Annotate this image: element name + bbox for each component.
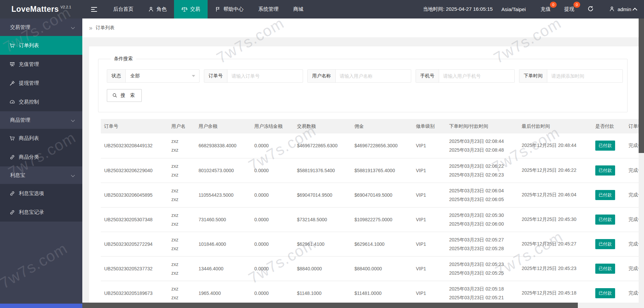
main-area: » 订单列表 条件搜索 状态 全部 订单号用户名称手机号下单时间 (82, 18, 644, 308)
username-cell: zxzzxz (168, 281, 195, 305)
order-no-group: 订单号 (204, 69, 303, 83)
quick-withdraw-button[interactable]: 提现0 (564, 6, 574, 12)
sidebar-section-0[interactable]: 交易管理 (0, 18, 82, 36)
status-group: 状态 全部 (107, 69, 200, 83)
user-menu[interactable]: admin (609, 6, 637, 13)
amount-cell: $732148.5000 (294, 207, 351, 232)
column-header: 最后付款时间 (518, 119, 592, 133)
top-nav: 后台首页角色交易帮助中心系统管理商城 (106, 0, 311, 18)
refresh-button[interactable] (588, 6, 594, 13)
sidebar-toggle-button[interactable] (82, 0, 106, 18)
balance-cell: 101846.4000 (195, 232, 251, 256)
horizontal-scrollbar[interactable] (82, 303, 639, 308)
nav-item-role[interactable]: 角色 (141, 0, 174, 18)
sidebar-item-label: 利息宝记录 (19, 209, 44, 216)
commission-cell: $690470149.5000 (351, 183, 413, 207)
sidebar-bottom-scrollbar[interactable] (0, 304, 82, 308)
frozen-cell: 0.0000 (251, 232, 294, 256)
sidebar-item-label: 商品列表 (19, 135, 39, 142)
sidebar-section-1[interactable]: 商品管理 (0, 111, 82, 129)
times-cell: 2025年03月23日 02:05:182025年03月23日 02:05:21 (446, 281, 518, 305)
nav-item-help[interactable]: 帮助中心 (208, 0, 251, 18)
app-version: V2.2.1 (60, 5, 71, 9)
sidebar-item-recharge-mgmt[interactable]: 充值管理 (0, 55, 82, 74)
app-logo: LoveMatters V2.2.1 (0, 0, 82, 18)
timezone: Asia/Taipei (502, 6, 526, 12)
times-cell: 2025年03月23日 02:06:222025年03月23日 02:06:23 (446, 158, 518, 183)
paid-badge: 已付款 (595, 215, 615, 225)
paid-cell: 已付款 (592, 232, 625, 256)
orders-table: 订单号用户名用户余额用户冻结金额交易数额佣金做单级别下单时间/付款时间最后付款时… (101, 119, 639, 306)
order-no-cell: UB2503230206229040 (101, 158, 168, 183)
column-header: 做单级别 (413, 119, 446, 133)
user-name-input[interactable] (336, 70, 411, 82)
phone-input[interactable] (439, 70, 514, 82)
nav-item-system[interactable]: 系统管理 (251, 0, 286, 18)
chevron-down-icon (71, 118, 75, 122)
vertical-scrollbar-thumb[interactable] (639, 18, 644, 153)
sidebar-item-withdraw-mgmt[interactable]: 提现管理 (0, 74, 82, 92)
sidebar: 交易管理订单列表充值管理提现管理交易控制商品管理商品列表商品分类利息宝利息宝选项… (0, 18, 82, 308)
notification-badge: 0 (573, 2, 580, 8)
frozen-cell: 0.0000 (251, 183, 294, 207)
nav-item-mall[interactable]: 商城 (286, 0, 311, 18)
commission-cell: $11481.0000 (351, 281, 413, 305)
sidebar-section-items: 商品列表商品分类 (0, 129, 82, 166)
app-logo-text: LoveMatters (11, 5, 59, 14)
sidebar-item-interest-options[interactable]: 利息宝选项 (0, 184, 82, 203)
hamburger-icon (91, 6, 97, 13)
table-row: UB2503230205307348zxzzxz731460.50000.000… (101, 207, 639, 232)
order-time-input[interactable] (547, 70, 622, 82)
sidebar-section-2[interactable]: 利息宝 (0, 166, 82, 184)
sidebar-item-goods-list[interactable]: 商品列表 (0, 129, 82, 148)
amount-cell: $588191376.5400 (294, 158, 351, 183)
search-button[interactable]: 搜 索 (107, 89, 142, 102)
orders-tbody: UB2503230208449132zxzzxz6682938338.40000… (101, 133, 639, 305)
horizontal-scrollbar-thumb[interactable] (82, 303, 578, 308)
order-no-cell: UB2503230205237732 (101, 256, 168, 281)
sidebar-item-goods-category[interactable]: 商品分类 (0, 148, 82, 166)
search-form-row: 状态 全部 订单号用户名称手机号下单时间 (107, 69, 619, 83)
vertical-scrollbar[interactable] (639, 18, 644, 308)
column-header: 订单号 (101, 119, 168, 133)
nav-item-label: 系统管理 (258, 6, 278, 12)
notification-badge: 0 (550, 2, 557, 8)
frozen-cell: 0.0000 (251, 207, 294, 232)
breadcrumb-current: 订单列表 (96, 25, 115, 31)
paid-cell: 已付款 (592, 256, 625, 281)
balance-cell: 1965.4000 (195, 281, 251, 305)
last-pay-time-cell: 2025年12月25日 20:48:44 (518, 133, 592, 158)
user-name-group: 用户名称 (307, 69, 411, 83)
commission-cell: $46967228656.3000 (351, 133, 413, 158)
nav-item-trade[interactable]: 交易 (174, 0, 208, 18)
sidebar-section-title: 商品管理 (10, 117, 30, 123)
status-label: 状态 (107, 70, 126, 82)
sidebar-item-order-list[interactable]: 订单列表 (0, 36, 82, 55)
quick-recharge-button[interactable]: 充值0 (541, 6, 551, 12)
user-name: admin (617, 6, 631, 12)
sidebar-section-title: 交易管理 (10, 24, 30, 31)
commission-cell: $629614.1000 (351, 232, 413, 256)
amount-cell: $4696722865.6300 (294, 133, 351, 158)
sidebar-item-trade-control[interactable]: 交易控制 (0, 92, 82, 111)
column-header: 是否付款 (592, 119, 625, 133)
column-header: 订单状态 (625, 119, 639, 133)
sidebar-item-label: 交易控制 (19, 99, 39, 105)
paid-badge: 已付款 (595, 141, 615, 151)
order-no-input[interactable] (227, 70, 303, 82)
amount-cell: $1148.1000 (294, 281, 351, 305)
order-no-cell: UB2503230205189673 (101, 281, 168, 305)
frozen-cell: 0.0000 (251, 281, 294, 305)
breadcrumb-chevrons-icon: » (89, 25, 92, 31)
phone-label: 手机号 (416, 70, 439, 82)
level-cell: VIP1 (413, 183, 446, 207)
status-select[interactable]: 全部 (126, 70, 199, 82)
times-cell: 2025年03月23日 02:05:272025年03月23日 02:05:28 (446, 232, 518, 256)
column-header: 下单时间/付款时间 (446, 119, 518, 133)
table-row: UB2503230205189673zxzzxz1965.40000.0000$… (101, 281, 639, 305)
order-time-group: 下单时间 (519, 69, 623, 83)
breadcrumb: » 订单列表 (82, 18, 644, 37)
sidebar-item-interest-records[interactable]: 利息宝记录 (0, 203, 82, 222)
nav-item-home[interactable]: 后台首页 (106, 0, 141, 18)
scales-icon (181, 6, 187, 12)
